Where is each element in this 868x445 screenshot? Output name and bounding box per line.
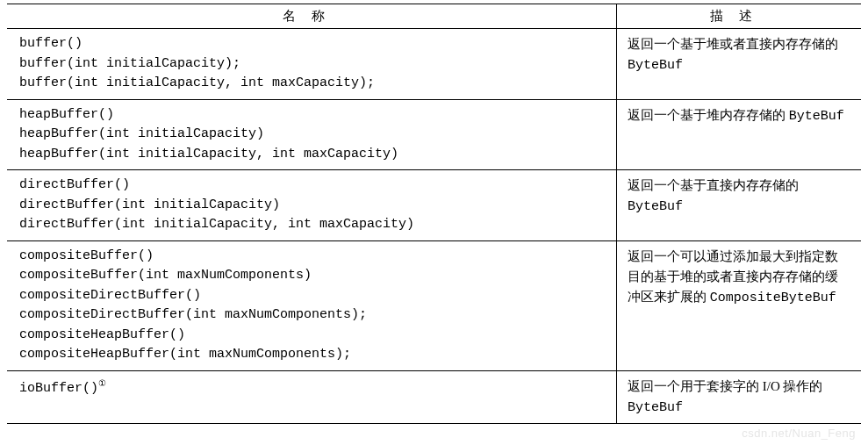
header-desc: 描述 xyxy=(617,4,861,28)
table-row: ioBuffer()① 返回一个用于套接字的 I/O 操作的 ByteBuf xyxy=(7,371,861,425)
method-desc: 返回一个用于套接字的 I/O 操作的 ByteBuf xyxy=(617,371,861,424)
table-header-row: 名称 描述 xyxy=(7,4,861,29)
method-names: ioBuffer()① xyxy=(7,371,617,424)
method-names: compositeBuffer() compositeBuffer(int ma… xyxy=(7,241,617,370)
watermark: csdn.net/Nuan_Feng xyxy=(742,427,856,427)
method-names: heapBuffer() heapBuffer(int initialCapac… xyxy=(7,100,617,170)
table-row: directBuffer() directBuffer(int initialC… xyxy=(7,170,861,241)
method-desc: 返回一个基于直接内存存储的 ByteBuf xyxy=(617,170,861,240)
table-row: heapBuffer() heapBuffer(int initialCapac… xyxy=(7,100,861,171)
method-desc: 返回一个可以通过添加最大到指定数目的基于堆的或者直接内存存储的缓冲区来扩展的 C… xyxy=(617,241,861,370)
api-table: 名称 描述 buffer() buffer(int initialCapacit… xyxy=(7,4,861,424)
table-row: compositeBuffer() compositeBuffer(int ma… xyxy=(7,241,861,371)
method-names: directBuffer() directBuffer(int initialC… xyxy=(7,170,617,240)
header-name: 名称 xyxy=(7,4,617,28)
method-names: buffer() buffer(int initialCapacity); bu… xyxy=(7,29,617,99)
table-row: buffer() buffer(int initialCapacity); bu… xyxy=(7,29,861,100)
method-desc: 返回一个基于堆或者直接内存存储的 ByteBuf xyxy=(617,29,861,99)
method-desc: 返回一个基于堆内存存储的 ByteBuf xyxy=(617,100,861,170)
